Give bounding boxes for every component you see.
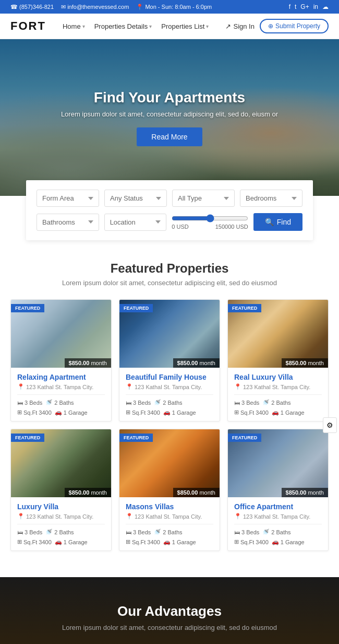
property-name[interactable]: Beautiful Family House <box>126 373 213 381</box>
property-info: Masons Villas 📍 123 Kathal St. Tampa Cit… <box>119 497 220 551</box>
location-icon: 📍 <box>17 383 25 390</box>
sqft-icon: ⊞ <box>17 409 22 416</box>
nav-home[interactable]: Home ▾ <box>63 22 85 30</box>
chevron-down-icon: ▾ <box>206 24 209 29</box>
search-icon: 🔍 <box>265 218 274 226</box>
sqft-icon: ⊞ <box>234 538 239 545</box>
bathrooms-select[interactable]: Bathrooms <box>37 214 99 231</box>
property-name[interactable]: Relaxing Apartment <box>17 373 105 381</box>
bedrooms-select[interactable]: Bedrooms <box>240 190 302 207</box>
search-form: Form Area Any Status All Type Bedrooms B… <box>26 180 313 240</box>
googleplus-icon[interactable]: G+ <box>300 3 309 10</box>
twitter-icon[interactable]: t <box>295 3 296 10</box>
nav-properties-list[interactable]: Properties List ▾ <box>161 22 209 30</box>
featured-badge: FEATURED <box>228 434 261 442</box>
nav-actions: ↗ Sign In ⊕ Submit Property <box>225 19 329 33</box>
signin-button[interactable]: ↗ Sign In <box>225 22 254 30</box>
sqft-info: ⊞ Sq.Ft 3400 <box>17 409 52 416</box>
sqft-icon: ⊞ <box>126 409 130 416</box>
submit-property-button[interactable]: ⊕ Submit Property <box>260 19 329 33</box>
phone-info: ☎ (857)346-821 <box>10 4 54 10</box>
beds-info: 🛏 3 Beds <box>234 529 259 535</box>
featured-section: Featured Properties Lorem ipsum dolor si… <box>0 240 339 561</box>
baths-info: 🚿 2 Baths <box>45 399 74 406</box>
garage-info: 🚗 1 Garage <box>163 409 196 416</box>
form-area-select[interactable]: Form Area <box>37 190 99 207</box>
submit-label: Submit Property <box>275 22 320 30</box>
settings-button[interactable]: ⚙ <box>323 417 337 433</box>
property-image-wrap: FEATURED $850.00 month <box>11 429 111 497</box>
property-card[interactable]: FEATURED $850.00 month Masons Villas 📍 1… <box>119 429 220 551</box>
social-icon[interactable]: ☁ <box>322 3 329 10</box>
property-image-wrap: FEATURED $850.00 month <box>119 429 220 497</box>
property-card[interactable]: FEATURED $850.00 month Real Luxury Villa… <box>227 299 329 421</box>
price-badge: $850.00 month <box>65 488 111 497</box>
property-meta: 🛏 3 Beds 🚿 2 Baths ⊞ Sq.Ft 3400 🚗 1 Gara… <box>126 394 213 416</box>
property-meta: 🛏 3 Beds 🚿 2 Baths ⊞ Sq.Ft 3400 🚗 1 Gara… <box>234 394 322 416</box>
property-info: Beautiful Family House 📍 123 Kathal St. … <box>119 368 220 421</box>
sqft-info: ⊞ Sq.Ft 3400 <box>234 538 269 545</box>
brand-logo[interactable]: FORT <box>10 19 46 33</box>
price-labels: 0 USD 150000 USD <box>172 224 248 230</box>
properties-grid: FEATURED $850.00 month Relaxing Apartmen… <box>10 299 329 551</box>
price-badge: $850.00 month <box>65 358 111 368</box>
chevron-down-icon: ▾ <box>82 24 85 29</box>
property-name[interactable]: Office Apartment <box>234 502 322 511</box>
property-card[interactable]: FEATURED $850.00 month Relaxing Apartmen… <box>10 299 112 421</box>
bath-icon: 🚿 <box>45 399 53 406</box>
property-address: 📍 123 Kathal St. Tampa City. <box>234 513 322 520</box>
price-max-label: 150000 USD <box>215 224 248 230</box>
bath-icon: 🚿 <box>262 529 270 535</box>
type-select[interactable]: All Type <box>172 190 235 207</box>
garage-icon: 🚗 <box>272 409 279 416</box>
property-name[interactable]: Luxury Villa <box>17 502 105 511</box>
price-badge: $850.00 month <box>282 488 328 497</box>
price-range-wrap: 0 USD 150000 USD <box>172 214 248 230</box>
price-badge: $850.00 month <box>173 488 220 497</box>
location-icon: 📍 <box>126 513 133 520</box>
bed-icon: 🛏 <box>17 400 23 406</box>
property-name[interactable]: Real Luxury Villa <box>234 373 322 381</box>
advantages-title: Our Advantages <box>10 603 329 619</box>
hours-info: 📍 Mon - Sun: 8:0am - 6:0pm <box>136 4 212 10</box>
garage-icon: 🚗 <box>163 538 171 545</box>
property-address: 📍 123 Kathal St. Tampa City. <box>17 383 105 390</box>
properties-wrap: FEATURED $850.00 month Relaxing Apartmen… <box>10 299 329 551</box>
property-info: Luxury Villa 📍 123 Kathal St. Tampa City… <box>11 497 111 551</box>
find-label: Find <box>277 218 291 226</box>
property-address: 📍 123 Kathal St. Tampa City. <box>126 383 213 390</box>
garage-info: 🚗 1 Garage <box>55 538 88 545</box>
property-card[interactable]: FEATURED $850.00 month Office Apartment … <box>227 429 329 551</box>
property-address: 📍 123 Kathal St. Tampa City. <box>17 513 105 520</box>
price-min-label: 0 USD <box>172 224 188 230</box>
nav-properties-details[interactable]: Properties Details ▾ <box>94 22 152 30</box>
property-image-wrap: FEATURED $850.00 month <box>228 429 328 497</box>
property-address: 📍 123 Kathal St. Tampa City. <box>126 513 213 520</box>
nav-home-label: Home <box>63 22 81 30</box>
property-name[interactable]: Masons Villas <box>126 502 213 511</box>
sqft-icon: ⊞ <box>234 409 239 416</box>
garage-info: 🚗 1 Garage <box>272 538 305 545</box>
bath-icon: 🚿 <box>45 529 53 535</box>
property-image-wrap: FEATURED $850.00 month <box>228 300 328 368</box>
top-bar-social: f t G+ in ☁ <box>289 3 329 10</box>
baths-info: 🚿 2 Baths <box>262 399 290 406</box>
property-info: Real Luxury Villa 📍 123 Kathal St. Tampa… <box>228 368 328 421</box>
property-card[interactable]: FEATURED $850.00 month Luxury Villa 📍 12… <box>10 429 112 551</box>
property-card[interactable]: FEATURED $850.00 month Beautiful Family … <box>119 299 220 421</box>
advantages-section: Our Advantages Lorem ipsum dolor sit ame… <box>0 577 339 644</box>
sqft-info: ⊞ Sq.Ft 3400 <box>17 538 52 545</box>
find-button[interactable]: 🔍 Find <box>253 213 302 231</box>
garage-icon: 🚗 <box>272 538 279 545</box>
location-select[interactable]: Location <box>104 214 167 231</box>
navbar: FORT Home ▾ Properties Details ▾ Propert… <box>0 14 339 39</box>
status-select[interactable]: Any Status <box>104 190 167 207</box>
hero-cta-button[interactable]: Read More <box>137 127 202 146</box>
featured-badge: FEATURED <box>119 434 153 442</box>
price-range-slider[interactable] <box>172 214 248 223</box>
nav-properties-list-label: Properties List <box>161 22 204 30</box>
bed-icon: 🛏 <box>126 400 131 406</box>
submit-icon: ⊕ <box>268 22 273 30</box>
linkedin-icon[interactable]: in <box>313 3 318 10</box>
facebook-icon[interactable]: f <box>289 3 290 10</box>
